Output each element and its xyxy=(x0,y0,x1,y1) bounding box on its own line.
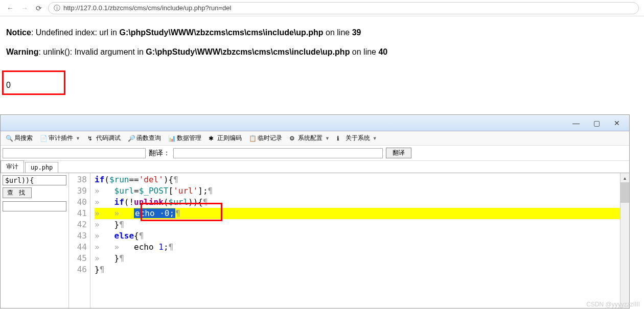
toolbar-sys-config[interactable]: ⚙系统配置▼ xyxy=(286,133,333,144)
code-line[interactable]: » }¶ xyxy=(95,219,620,230)
tab-up-php[interactable]: up.php xyxy=(25,162,58,173)
reload-button[interactable]: ⟳ xyxy=(34,3,44,13)
code-line[interactable]: » if(!unlink($url)){¶ xyxy=(95,197,620,208)
note-icon: 📋 xyxy=(249,135,256,142)
scroll-up-icon[interactable]: ▴ xyxy=(620,173,629,182)
editor-window: ― ▢ ✕ 🔍局搜索 📄审计插件▼ ↯代码调试 🔎函数查询 📊数据管理 ✱正则编… xyxy=(0,114,630,308)
scrollbar[interactable]: ▴ xyxy=(620,173,629,308)
tabs: 审计 up.php xyxy=(1,161,629,173)
find-input[interactable] xyxy=(3,175,66,185)
plugin-icon: 📄 xyxy=(40,135,47,142)
toolbar-audit-plugin[interactable]: 📄审计插件▼ xyxy=(37,133,83,144)
watermark: CSDN @yyyyzzzIIII xyxy=(586,301,640,308)
php-warning: Warning: unlink(): Invalid argument in G… xyxy=(6,46,638,58)
code-line[interactable]: }¶ xyxy=(95,264,620,275)
url-text: http://127.0.0.1/zbzcms/cms/cms/include/… xyxy=(63,4,231,12)
toolbar: 🔍局搜索 📄审计插件▼ ↯代码调试 🔎函数查询 📊数据管理 ✱正则编码 📋临时记… xyxy=(1,131,629,146)
left-panel: 查 找 xyxy=(1,173,69,308)
back-button[interactable]: ← xyxy=(5,3,15,13)
tab-audit[interactable]: 审计 xyxy=(1,160,24,173)
info-icon: ⓘ xyxy=(54,4,60,13)
find-input-2[interactable] xyxy=(3,201,66,211)
php-notice: Notice: Undefined index: url in G:\phpSt… xyxy=(6,27,638,39)
translate-label: 翻译： xyxy=(149,149,170,158)
close-button[interactable]: ✕ xyxy=(607,117,627,129)
url-bar[interactable]: ⓘ http://127.0.0.1/zbzcms/cms/cms/includ… xyxy=(48,2,639,14)
info-icon: ℹ xyxy=(337,135,344,142)
annotation-highlight-box xyxy=(2,70,65,95)
browser-bar: ← → ⟳ ⓘ http://127.0.0.1/zbzcms/cms/cms/… xyxy=(0,0,644,16)
toolbar-data-mgmt[interactable]: 📊数据管理 xyxy=(165,133,204,144)
code-line[interactable]: » }¶ xyxy=(95,253,620,264)
page-content: Notice: Undefined index: url in G:\phpSt… xyxy=(0,16,644,76)
gutter: 383940414243444546 xyxy=(69,173,90,308)
code-line[interactable]: » » echo 1;¶ xyxy=(95,242,620,253)
toolbar-global-search[interactable]: 🔍局搜索 xyxy=(3,133,36,144)
maximize-button[interactable]: ▢ xyxy=(586,117,607,129)
regex-icon: ✱ xyxy=(209,135,216,142)
code-line[interactable]: » $url=$_POST['url'];¶ xyxy=(95,185,620,197)
gear-icon: ⚙ xyxy=(289,135,296,142)
translate-button[interactable]: 翻译 xyxy=(386,148,411,158)
debug-icon: ↯ xyxy=(87,135,95,142)
find-button[interactable]: 查 找 xyxy=(3,187,32,198)
toolbar-func-query[interactable]: 🔎函数查询 xyxy=(125,133,164,144)
translate-input[interactable] xyxy=(173,148,383,158)
minimize-button[interactable]: ― xyxy=(566,117,586,129)
forward-button[interactable]: → xyxy=(19,3,30,13)
toolbar-temp-record[interactable]: 📋临时记录 xyxy=(246,133,285,144)
search-input-1[interactable] xyxy=(3,148,146,158)
editor-body: 查 找 383940414243444546 if($run=='del'){¶… xyxy=(1,173,629,308)
search-icon: 🔍 xyxy=(6,135,13,142)
toolbar-debug[interactable]: ↯代码调试 xyxy=(84,133,124,144)
title-bar: ― ▢ ✕ xyxy=(1,115,629,131)
scroll-thumb[interactable] xyxy=(620,182,629,203)
code-line[interactable]: if($run=='del'){¶ xyxy=(95,174,620,185)
code-area: 383940414243444546 if($run=='del'){¶» $u… xyxy=(69,173,629,308)
toolbar-about[interactable]: ℹ关于系统▼ xyxy=(334,133,380,144)
code-line[interactable]: » else{¶ xyxy=(95,230,620,242)
data-icon: 📊 xyxy=(168,135,175,142)
magnify-icon: 🔎 xyxy=(128,135,135,142)
toolbar-regex[interactable]: ✱正则编码 xyxy=(205,133,245,144)
code[interactable]: if($run=='del'){¶» $url=$_POST['url'];¶»… xyxy=(90,173,620,308)
code-line[interactable]: » » echo ·0;¶ xyxy=(95,208,620,219)
search-bar: 翻译： 翻译 xyxy=(1,146,629,161)
